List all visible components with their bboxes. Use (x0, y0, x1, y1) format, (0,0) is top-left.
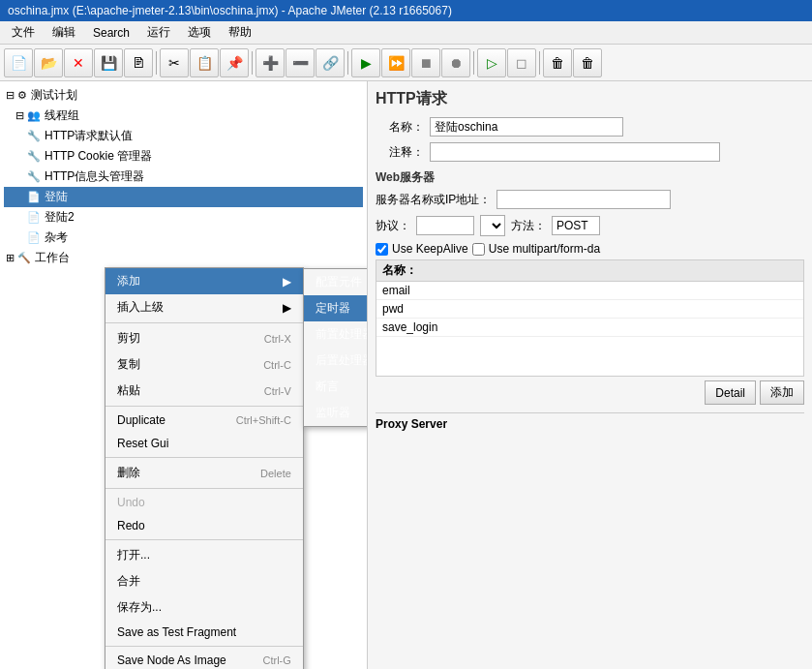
shutdown-button[interactable]: ⏺ (441, 48, 470, 77)
save-button[interactable]: 💾 (94, 48, 123, 77)
remote-button[interactable]: 🔗 (316, 48, 345, 77)
ctx-merge-label: 合并 (117, 573, 140, 590)
right-panel: HTTP请求 名称： 注释： Web服务器 服务器名称或IP地址： 协议： 方法… (368, 81, 812, 669)
detail-button[interactable]: Detail (705, 380, 756, 405)
toolbar-sep-3 (347, 51, 348, 75)
protocol-select[interactable] (480, 215, 505, 236)
add-submenu-post[interactable]: 后置处理器 ▶ (304, 348, 368, 374)
ctx-add[interactable]: 添加 ▶ 配置元件 ▶ 定时器 ▶ BeanShell Timer (105, 268, 303, 294)
server-row: 服务器名称或IP地址： (376, 190, 804, 209)
main-layout: ⊟ ⚙ 测试计划 ⊟ 👥 线程组 🔧 HTTP请求默认值 🔧 HTTP Cook… (0, 81, 812, 669)
server-input[interactable] (496, 190, 671, 209)
name-label: 名称： (376, 119, 424, 136)
add-button[interactable]: 添加 (760, 380, 804, 405)
ctx-cut-label: 剪切 (117, 330, 140, 347)
ctx-duplicate-label: Duplicate (117, 413, 165, 427)
menu-search[interactable]: Search (85, 24, 137, 42)
expand-button[interactable]: ➕ (256, 48, 285, 77)
ctx-saveas[interactable]: 保存为... (105, 594, 303, 621)
ctx-save-node-image-label: Save Node As Image (117, 654, 226, 667)
table-row-0[interactable]: email (376, 282, 803, 300)
ctx-duplicate[interactable]: Duplicate Ctrl+Shift-C (105, 409, 303, 432)
context-menu: 添加 ▶ 配置元件 ▶ 定时器 ▶ BeanShell Timer (105, 267, 304, 669)
method-input[interactable] (552, 216, 600, 235)
menu-edit[interactable]: 编辑 (45, 22, 83, 43)
remote-stop-button[interactable]: ◻ (507, 48, 536, 77)
paste-button[interactable]: 📌 (220, 48, 249, 77)
tree-item-threadgroup[interactable]: ⊟ 👥 线程组 (4, 106, 363, 126)
ctx-merge[interactable]: 合并 (105, 568, 303, 594)
ctx-copy[interactable]: 复制 Ctrl-C (105, 351, 303, 378)
add-submenu-listener[interactable]: 监听器 ▶ (304, 400, 368, 426)
open-button[interactable]: 📂 (34, 48, 63, 77)
ctx-save-fragment[interactable]: Save as Test Fragment (105, 621, 303, 644)
ctx-paste-label: 粘贴 (117, 382, 140, 399)
name-input[interactable] (430, 117, 623, 137)
stop-button[interactable]: ⏹ (411, 48, 440, 77)
toolbar-sep-4 (473, 51, 474, 75)
tree-icon-httpheader: 🔧 (27, 170, 41, 183)
remote-start-button[interactable]: ▷ (477, 48, 506, 77)
clear-all-button[interactable]: 🗑 (573, 48, 602, 77)
copy-button[interactable]: 📋 (190, 48, 219, 77)
ctx-redo[interactable]: Redo (105, 514, 303, 537)
table-row-2[interactable]: save_login (376, 319, 803, 337)
tree-item-httpheader[interactable]: 🔧 HTTP信息头管理器 (4, 167, 363, 187)
menu-run[interactable]: 运行 (139, 22, 178, 43)
add-submenu-config-label: 配置元件 (316, 274, 362, 290)
ctx-open[interactable]: 打开... (105, 542, 303, 568)
close-button[interactable]: ✕ (64, 48, 93, 77)
ctx-reset-gui[interactable]: Reset Gui (105, 432, 303, 455)
menu-file[interactable]: 文件 (4, 22, 43, 43)
ctx-delete[interactable]: 删除 Delete (105, 460, 303, 486)
toolbar-sep-2 (252, 51, 253, 75)
tree-icon-login: 📄 (27, 191, 41, 203)
tree-area: ⊟ ⚙ 测试计划 ⊟ 👥 线程组 🔧 HTTP请求默认值 🔧 HTTP Cook… (0, 81, 367, 272)
panel-title: HTTP请求 (376, 89, 804, 109)
protocol-input[interactable] (416, 216, 474, 235)
ctx-redo-label: Redo (117, 519, 145, 532)
clear-button[interactable]: 🗑 (543, 48, 572, 77)
table-row-1[interactable]: pwd (376, 300, 803, 319)
keepalive-checkbox[interactable] (376, 243, 388, 256)
toolbar-sep-1 (156, 51, 157, 75)
comment-input[interactable] (430, 142, 720, 162)
saveas-button[interactable]: 🖹 (124, 48, 153, 77)
multipart-checkbox[interactable] (472, 243, 485, 256)
menu-help[interactable]: 帮助 (221, 22, 259, 43)
menu-options[interactable]: 选项 (180, 22, 219, 43)
tree-item-login2[interactable]: 📄 登陆2 (4, 207, 363, 228)
ctx-reset-gui-label: Reset Gui (117, 437, 168, 450)
new-button[interactable]: 📄 (4, 48, 33, 77)
collapse-button[interactable]: ➖ (286, 48, 315, 77)
ctx-add-arrow: ▶ (283, 275, 291, 289)
ctx-insert-parent[interactable]: 插入上级 ▶ (105, 294, 303, 320)
title-text: oschina.jmx (E:\apache-jmeter-2.13\bin\o… (8, 4, 452, 17)
ctx-cut[interactable]: 剪切 Ctrl-X (105, 325, 303, 351)
ctx-add-label: 添加 (117, 273, 140, 289)
tree-item-httpcookie[interactable]: 🔧 HTTP Cookie 管理器 (4, 146, 363, 167)
title-bar: oschina.jmx (E:\apache-jmeter-2.13\bin\o… (0, 0, 812, 21)
toolbar-sep-5 (539, 51, 540, 75)
add-submenu-assert[interactable]: 断言 ▶ (304, 374, 368, 400)
tree-item-testplan[interactable]: ⊟ ⚙ 测试计划 (4, 85, 363, 106)
method-label: 方法： (511, 218, 546, 234)
tree-item-httpdefault[interactable]: 🔧 HTTP请求默认值 (4, 126, 363, 146)
tree-item-workbench[interactable]: ⊞ 🔨 工作台 (4, 248, 363, 268)
add-submenu-pre[interactable]: 前置处理器 ▶ (304, 321, 368, 348)
keepalive-row: Use KeepAlive Use multipart/form-da (376, 242, 804, 256)
add-submenu-timer[interactable]: 定时器 ▶ BeanShell Timer BSF Timer Consta (304, 295, 368, 321)
cut-button[interactable]: ✂ (160, 48, 189, 77)
add-submenu-config[interactable]: 配置元件 ▶ (304, 269, 368, 295)
ctx-save-node-image-shortcut: Ctrl-G (263, 654, 291, 666)
start-nopause-button[interactable]: ⏩ (381, 48, 410, 77)
ctx-paste[interactable]: 粘贴 Ctrl-V (105, 378, 303, 404)
ctx-save-node-image[interactable]: Save Node As Image Ctrl-G (105, 649, 303, 669)
add-submenu-pre-label: 前置处理器 (316, 326, 368, 343)
tree-item-misc[interactable]: 📄 杂考 (4, 228, 363, 248)
ctx-undo-label: Undo (117, 496, 145, 509)
ctx-delete-shortcut: Delete (260, 468, 291, 479)
tree-item-login[interactable]: 📄 登陆 (4, 187, 363, 207)
tree-icon-httpdefault: 🔧 (27, 130, 41, 142)
start-button[interactable]: ▶ (351, 48, 380, 77)
